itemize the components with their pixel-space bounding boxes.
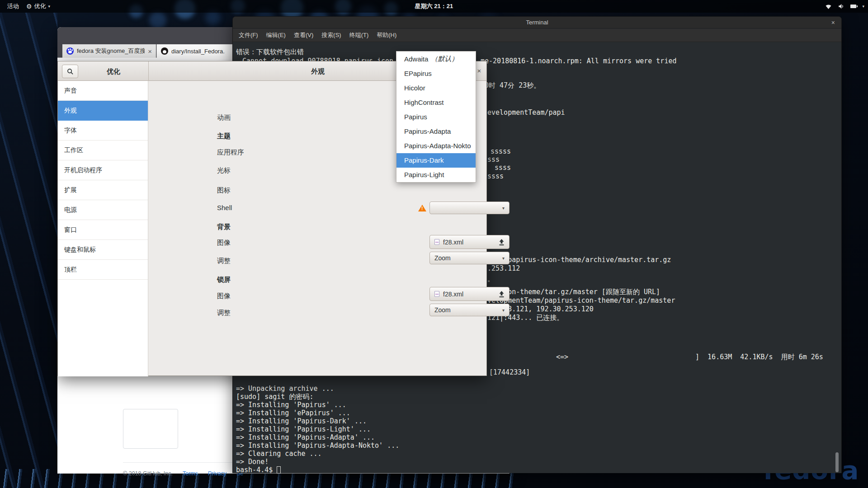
lockscreen-adjustment-label: 调整 [217, 308, 231, 317]
browser-tab-baidu[interactable]: fedora 安装gnome_百度搜 × [62, 44, 156, 58]
lockscreen-section-header: 锁屏 [217, 275, 231, 284]
lockscreen-adjustment-combobox[interactable]: Zoom ▾ [429, 304, 509, 316]
lockscreen-image-button[interactable]: <> f28.xml [429, 287, 509, 301]
github-footer: © 2018 GitHub, Inc.TermsPrivacySe [123, 470, 243, 477]
theme-option-adwaita[interactable]: Adwaita（默认） [396, 52, 476, 66]
animation-label: 动画 [217, 113, 231, 122]
clock[interactable]: 星期六 21：21 [0, 0, 868, 13]
github-content-box [123, 409, 178, 449]
themes-section-header: 主题 [217, 131, 231, 141]
top-bar: 活动 ⚙ 优化 ▾ 星期六 21：21 ▾ [0, 0, 868, 13]
icons-label: 图标 [217, 186, 231, 195]
background-image-value: f28.xml [443, 239, 463, 246]
background-adjustment-label: 调整 [217, 256, 231, 265]
terminal-menubar: 文件(F)编辑(E)查看(V)搜索(S)终端(T)帮助(H) [233, 29, 841, 42]
sidebar-item-2[interactable]: 字体 [58, 121, 148, 141]
theme-option-papirus-light[interactable]: Papirus-Light [396, 168, 476, 182]
warning-icon [418, 205, 426, 211]
sidebar-item-4[interactable]: 开机启动程序 [58, 160, 148, 180]
terminal-close-icon[interactable]: × [831, 17, 835, 28]
applications-label: 应用程序 [217, 148, 244, 157]
background-image-label: 图像 [217, 238, 231, 247]
background-adjustment-combobox[interactable]: Zoom ▾ [429, 252, 509, 264]
terminal-menu-item-3[interactable]: 搜索(S) [321, 31, 341, 39]
tweaks-sidebar: 声音外观字体工作区开机启动程序扩展电源窗口键盘和鼠标顶栏 [58, 81, 148, 376]
theme-option-papirus-dark[interactable]: Papirus-Dark [396, 153, 476, 168]
chevron-down-icon: ▾ [502, 206, 505, 211]
shell-theme-combobox[interactable]: ▾ [429, 202, 509, 214]
terminal-menu-item-1[interactable]: 编辑(E) [266, 31, 286, 39]
chevron-down-icon: ▾ [502, 308, 505, 313]
theme-option-hicolor[interactable]: Hicolor [396, 80, 476, 95]
tab-title: diary/Install_Fedora. [171, 48, 225, 55]
battery-icon [850, 5, 856, 8]
sidebar-item-8[interactable]: 键盘和鼠标 [58, 240, 148, 260]
terminal-menu-item-5[interactable]: 帮助(H) [377, 31, 396, 39]
icon-theme-dropdown: Adwaita（默认）EPapirusHicolorHighContrastPa… [396, 51, 476, 183]
sidebar-item-9[interactable]: 顶栏 [58, 260, 148, 280]
terminal-scrollbar[interactable] [835, 452, 839, 472]
terminal-menu-item-4[interactable]: 终端(T) [349, 31, 369, 39]
upload-icon [499, 239, 505, 245]
tab-title: fedora 安装gnome_百度搜 [77, 47, 145, 55]
sidebar-item-5[interactable]: 扩展 [58, 180, 148, 200]
github-favicon-icon [161, 47, 168, 55]
shell-label: Shell [217, 203, 232, 212]
background-image-button[interactable]: <> f28.xml [429, 235, 509, 249]
theme-option-highcontrast[interactable]: HighContrast [396, 95, 476, 109]
wifi-icon [825, 4, 832, 9]
upload-icon [499, 291, 505, 297]
theme-option-epapirus[interactable]: EPapirus [396, 66, 476, 80]
cursor-label: 光标 [217, 166, 231, 175]
github-copyright: © 2018 GitHub, Inc. [123, 470, 173, 477]
theme-option-papirus-adapta-nokto[interactable]: Papirus-Adapta-Nokto [396, 139, 476, 153]
footer-link-terms[interactable]: Terms [183, 470, 198, 477]
header-separator [148, 61, 149, 81]
terminal-menu-item-0[interactable]: 文件(F) [239, 31, 258, 39]
terminal-title: Terminal [233, 17, 841, 28]
background-adjustment-value: Zoom [434, 254, 451, 262]
system-status-area[interactable]: ▾ [825, 0, 864, 13]
xml-file-icon: <> [434, 239, 439, 245]
sidebar-item-1[interactable]: 外观 [58, 101, 148, 121]
chevron-down-icon: ▾ [862, 4, 864, 9]
xml-file-icon: <> [434, 291, 439, 297]
lockscreen-image-label: 图像 [217, 291, 231, 300]
volume-icon [838, 3, 844, 9]
sidebar-item-6[interactable]: 电源 [58, 200, 148, 220]
sidebar-item-3[interactable]: 工作区 [58, 141, 148, 160]
theme-option-papirus[interactable]: Papirus [396, 109, 476, 124]
terminal-menu-item-2[interactable]: 查看(V) [294, 31, 313, 39]
wallpaper-streaks-left [0, 13, 57, 488]
tweaks-app-title: 优化 [79, 61, 148, 81]
background-section-header: 背景 [217, 222, 231, 231]
desktop: fedora fedora 安装gnome_百度搜 × diary/Instal… [0, 0, 868, 488]
chevron-down-icon: ▾ [502, 256, 505, 261]
sidebar-item-7[interactable]: 窗口 [58, 220, 148, 240]
sidebar-item-0[interactable]: 声音 [58, 81, 148, 101]
baidu-favicon-icon [66, 47, 74, 55]
theme-option-papirus-adapta[interactable]: Papirus-Adapta [396, 124, 476, 139]
terminal-titlebar[interactable]: Terminal × [233, 17, 841, 28]
tab-close-icon[interactable]: × [148, 48, 152, 55]
lockscreen-image-value: f28.xml [443, 291, 463, 298]
search-button[interactable] [62, 65, 78, 78]
search-icon [67, 68, 74, 75]
footer-link-privacy[interactable]: Privacy [208, 470, 226, 477]
lockscreen-adjustment-value: Zoom [434, 306, 451, 314]
github-footer-divider [123, 462, 236, 463]
